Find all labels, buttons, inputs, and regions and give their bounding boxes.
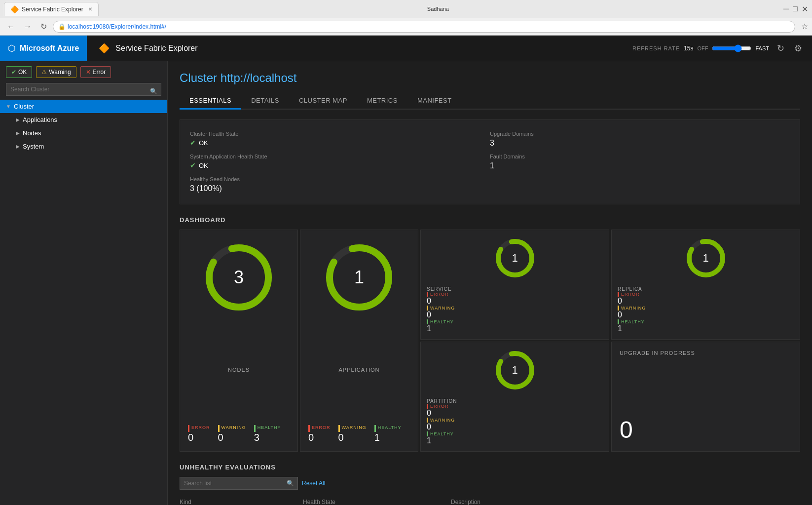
cluster-health-state-value: ✔ OK [190,139,490,147]
nodes-warning-bar [218,425,220,432]
upgrade-domains-label: Upgrade Domains [490,131,790,137]
services-count: 1 [512,252,517,265]
services-healthy-bar [427,319,428,324]
app-warning-value: 0 [338,432,367,443]
upgrade-value: 0 [620,416,792,443]
sidebar-tree: ▼ Cluster ▶ Applications ▶ Nodes ▶ Syste… [0,100,167,505]
error-filter-button[interactable]: ✕ Error [80,66,111,78]
dashboard-grid: 3 NODES ERROR 0 [180,230,800,452]
system-app-health-label: System Application Health State [190,154,490,159]
error-icon: ✕ [86,69,91,76]
sidebar-search-input[interactable] [6,83,161,96]
replicas-warning-label: WARNING [621,306,646,311]
partitions-count: 1 [512,364,517,377]
service-title: Service Fabric Explorer [115,44,197,53]
refresh-button[interactable]: ↻ [37,21,50,32]
nodes-healthy-bar [254,425,256,432]
replicas-healthy-bar [618,319,619,324]
unhealthy-section: UNHEALTHY EVALUATIONS 🔍 Reset All Kind H… [180,464,800,505]
warning-filter-button[interactable]: ⚠ Warning [36,66,76,78]
nodes-sublabel: NODES [188,367,290,373]
replicas-donut-center: 1 [702,252,708,265]
browser-tab[interactable]: 🔶 Service Fabric Explorer ✕ [4,2,99,16]
services-warning-bar [427,306,428,311]
cluster-chevron-icon: ▼ [6,104,11,109]
tree-item-applications[interactable]: ▶ Applications [0,113,167,126]
replicas-healthy-value: 1 [618,324,622,333]
refresh-rate-label: REFRESH RATE [632,45,680,51]
replicas-card: 1 REPLICA ERROR 0 [611,230,800,340]
app-healthy-bar [374,425,376,432]
tab-icon: 🔶 [10,5,19,13]
nodes-error-bar [188,425,189,432]
app-healthy-value: 1 [374,432,402,443]
app-warning-stat: WARNING 0 [338,425,367,443]
browser-titlebar: 🔶 Service Fabric Explorer ✕ Sadhana ─ □ … [0,0,812,18]
unhealthy-search-input[interactable] [180,477,298,490]
replicas-error-bar [618,292,619,297]
settings-icon-button[interactable]: ⚙ [792,43,804,54]
services-donut-wrapper: 1 [427,236,603,280]
tab-manifest[interactable]: MANIFEST [407,93,462,110]
refresh-icon-button[interactable]: ↻ [775,43,786,54]
nodes-warning-value: 0 [218,432,246,443]
url-text: localhost:19080/Explorer/index.html#/ [68,23,166,30]
unhealthy-table-header: Kind Health State Description [180,496,800,505]
tabs-bar: ESSENTIALS DETAILS CLUSTER MAP METRICS M… [180,93,800,110]
partitions-error-bar [427,404,428,409]
partitions-stats: ERROR 0 WARNING 0 HEALTHY [427,404,603,445]
tab-cluster-map[interactable]: CLUSTER MAP [289,93,357,110]
tab-essentials[interactable]: ESSENTIALS [180,93,241,110]
applications-stats-row: ERROR 0 WARNING 0 [308,425,410,443]
applications-sublabel: APPLICATION [308,367,410,373]
ok-icon: ✔ [11,69,16,76]
service-icon: 🔶 [99,43,110,54]
address-bar[interactable]: 🔒 localhost:19080/Explorer/index.html#/ [53,21,795,33]
tree-item-cluster[interactable]: ▼ Cluster [0,100,167,113]
fault-domains-item: Fault Domains 1 [490,151,790,173]
lock-icon: 🔒 [58,23,66,30]
tab-close-button[interactable]: ✕ [88,6,92,12]
close-button[interactable]: ✕ [802,4,808,14]
healthy-seed-nodes-label: Healthy Seed Nodes [190,176,490,182]
nodes-error-stat: ERROR 0 [188,425,210,443]
maximize-button[interactable]: □ [793,4,798,14]
replicas-label: REPLICA [618,286,794,292]
tree-item-nodes[interactable]: ▶ Nodes [0,126,167,140]
services-error-row: ERROR [427,292,603,297]
tab-metrics[interactable]: METRICS [357,93,407,110]
app-healthy-label: HEALTHY [378,425,402,430]
applications-card: 1 APPLICATION ERROR 0 [300,230,418,452]
tab-details[interactable]: DETAILS [241,93,289,110]
forward-button[interactable]: → [21,21,35,32]
partitions-error-label: ERROR [430,404,449,409]
partitions-healthy-value: 1 [427,436,431,445]
error-label: Error [93,69,106,76]
reset-all-button[interactable]: Reset All [302,480,325,487]
refresh-slider[interactable] [712,44,751,52]
replicas-donut-wrapper: 1 [618,236,794,280]
app-error-label: ERROR [312,425,331,430]
healthy-seed-nodes-value: 3 (100%) [190,184,490,193]
bookmark-icon[interactable]: ☆ [801,22,808,31]
services-warning-value: 0 [427,311,431,319]
kind-header: Kind [180,499,303,505]
partitions-healthy-label: HEALTHY [430,431,454,436]
services-stats: ERROR 0 WARNING 0 HEALTHY [427,292,603,333]
app-warning-label: WARNING [342,425,367,430]
cluster-health-state-item: Cluster Health State ✔ OK [190,128,490,151]
nodes-error-value: 0 [188,432,210,443]
back-button[interactable]: ← [4,21,18,32]
replicas-healthy-row: HEALTHY [618,319,794,324]
upgrade-card: UPGRADE IN PROGRESS 0 [611,342,800,452]
partitions-donut-wrapper: 1 [427,348,603,392]
partitions-healthy-bar [427,431,428,436]
tree-item-system[interactable]: ▶ System [0,140,167,153]
replicas-warning-row: WARNING [618,306,794,311]
partitions-card: 1 PARTITION ERROR 0 [420,342,609,452]
fault-domains-label: Fault Domains [490,154,790,159]
upgrade-domains-item: Upgrade Domains 3 [490,128,790,151]
ok-filter-button[interactable]: ✔ OK [6,66,32,78]
essentials-panel: Cluster Health State ✔ OK Upgrade Domain… [180,119,800,204]
minimize-button[interactable]: ─ [783,4,789,14]
